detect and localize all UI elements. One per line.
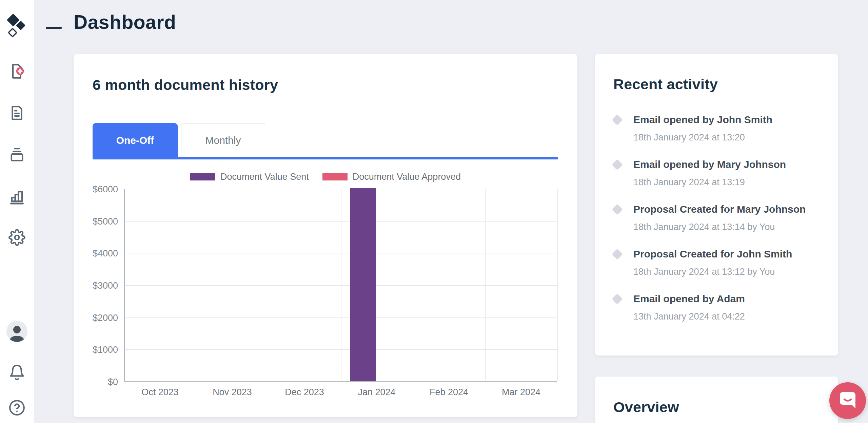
tab-monthly[interactable]: Monthly	[181, 123, 265, 157]
active-tab-underline	[93, 157, 558, 159]
activity-list: Email opened by John Smith18th January 2…	[595, 114, 838, 338]
chat-bubble-icon	[839, 391, 857, 410]
activity-item-title: Email opened by Adam	[633, 293, 745, 305]
activity-item-timestamp: 18th January 2024 at 13:12 by You	[633, 267, 792, 277]
gridline	[197, 189, 197, 381]
help-icon	[8, 399, 25, 416]
activity-item[interactable]: Email opened by Mary Johnson18th January…	[595, 159, 838, 188]
bar-chart-icon	[8, 187, 26, 205]
sidebar-item-help[interactable]	[7, 398, 27, 418]
y-tick-label: $5000	[74, 216, 118, 227]
app-logo[interactable]	[0, 0, 34, 50]
gridline	[485, 189, 486, 381]
activity-item[interactable]: Proposal Created for John Smith18th Janu…	[595, 248, 838, 277]
chart-y-axis: $6000$5000$4000$3000$2000$1000$0	[74, 189, 118, 382]
activity-item[interactable]: Proposal Created for Mary Johnson18th Ja…	[595, 204, 838, 232]
x-tick-label: Nov 2023	[213, 387, 252, 398]
page-title: Dashboard	[74, 11, 176, 33]
tab-one-off[interactable]: One-Off	[93, 123, 178, 157]
sidebar-item-profile[interactable]	[6, 321, 27, 342]
legend-swatch	[190, 173, 215, 180]
x-tick-label: Dec 2023	[285, 387, 324, 398]
activity-item[interactable]: Email opened by Adam13th January 2024 at…	[595, 293, 838, 322]
archive-icon	[8, 146, 26, 163]
diamond-bullet-icon	[612, 204, 623, 215]
y-tick-label: $0	[74, 377, 118, 387]
bell-icon	[8, 364, 25, 381]
document-history-card: 6 month document history One-Off Monthly…	[74, 54, 577, 417]
avatar	[6, 321, 27, 342]
y-tick-label: $3000	[74, 281, 118, 291]
overview-card: Overview	[595, 377, 838, 423]
legend-item: Document Value Sent	[190, 172, 309, 182]
chart-card-title: 6 month document history	[93, 77, 278, 93]
sidebar-item-reports[interactable]	[7, 186, 27, 206]
x-tick-label: Mar 2024	[502, 387, 540, 398]
activity-item-timestamp: 18th January 2024 at 13:14 by You	[633, 222, 806, 232]
y-tick-label: $6000	[74, 184, 118, 195]
gridline	[341, 189, 341, 381]
chart-x-axis: Oct 2023Nov 2023Dec 2023Jan 2024Feb 2024…	[124, 387, 557, 401]
overview-title: Overview	[613, 399, 679, 416]
gridline	[269, 189, 269, 381]
menu-button[interactable]	[46, 17, 62, 32]
activity-item-title: Proposal Created for Mary Johnson	[633, 204, 806, 215]
x-tick-label: Jan 2024	[358, 387, 395, 398]
gridline	[557, 189, 558, 381]
y-tick-label: $2000	[74, 313, 118, 323]
sidebar-item-documents[interactable]	[7, 103, 27, 123]
activity-item-timestamp: 18th January 2024 at 13:19	[633, 177, 786, 188]
activity-item-title: Email opened by John Smith	[633, 114, 772, 126]
y-tick-label: $4000	[74, 248, 118, 259]
chart-plot-area	[124, 189, 557, 382]
diamond-bullet-icon	[612, 159, 623, 170]
sidebar-item-new-document[interactable]	[7, 61, 27, 81]
document-icon	[8, 104, 25, 121]
diamond-bullet-icon	[612, 249, 623, 260]
activity-item[interactable]: Email opened by John Smith18th January 2…	[595, 114, 838, 143]
recent-activity-card: Recent activity Email opened by John Smi…	[595, 54, 838, 355]
legend-label: Document Value Sent	[220, 172, 309, 182]
new-document-icon	[8, 62, 26, 80]
x-tick-label: Oct 2023	[141, 387, 179, 398]
legend-label: Document Value Approved	[353, 172, 461, 182]
x-tick-label: Feb 2024	[430, 387, 468, 398]
legend-item: Document Value Approved	[322, 172, 461, 182]
activity-item-title: Email opened by Mary Johnson	[633, 159, 786, 170]
activity-item-timestamp: 18th January 2024 at 13:20	[633, 132, 772, 143]
y-tick-label: $1000	[74, 345, 118, 355]
activity-item-timestamp: 13th January 2024 at 04:22	[633, 311, 745, 322]
sidebar-item-notifications[interactable]	[7, 362, 27, 383]
legend-swatch	[322, 173, 348, 180]
sidebar-item-settings[interactable]	[7, 227, 27, 248]
diamond-bullet-icon	[612, 293, 623, 305]
chat-launcher[interactable]	[829, 382, 866, 419]
gear-icon	[8, 229, 25, 246]
bar-document-value-sent	[350, 188, 376, 381]
chart-legend: Document Value SentDocument Value Approv…	[74, 172, 577, 182]
sidebar	[0, 0, 34, 423]
gridline	[413, 189, 413, 381]
activity-item-title: Proposal Created for John Smith	[633, 248, 792, 260]
diamond-bullet-icon	[612, 114, 623, 126]
recent-activity-title: Recent activity	[613, 76, 718, 93]
logo-diamonds-icon	[4, 7, 28, 39]
sidebar-item-archive[interactable]	[7, 144, 27, 165]
